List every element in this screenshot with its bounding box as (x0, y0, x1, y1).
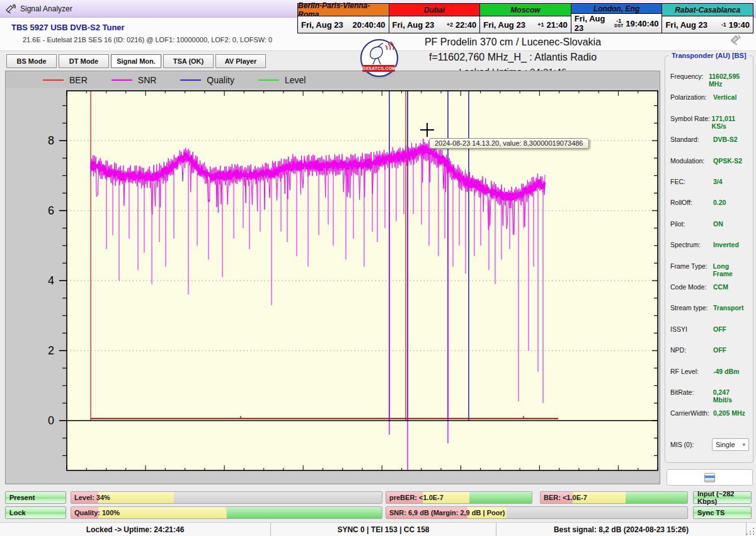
transponder-label: BitRate: (670, 388, 713, 397)
app-satellite-icon (5, 4, 16, 14)
progress-bar-ber: BER: <1.0E-7 (540, 491, 688, 504)
tuner-name: TBS 5927 USB DVB-S2 Tuner (11, 23, 125, 32)
statusbar-section: SYNC 0 | TEI 153 | CC 158 (271, 523, 496, 536)
clock-date: Fri, Aug 23 (301, 20, 353, 30)
transponder-row: Stream type:Transport (670, 304, 750, 313)
mis-dropdown[interactable]: Single ▾ (712, 438, 749, 451)
bar-label: SNR: 6,9 dB (Margin: 2,9 dB | Poor) (389, 507, 505, 518)
transponder-row: Spectrum:Inverted (670, 241, 750, 250)
y-axis-label: 8 (48, 134, 54, 147)
transponder-row: RF Level:-49 dBm (670, 368, 750, 376)
transponder-panel: Transponder (AU) [BS] MIS (0): Single ▾ … (665, 55, 753, 463)
clock-time-row: Fri, Aug 2320:40:40 (298, 16, 389, 33)
clock-column: Rabat-CasablancaFri, Aug 23-119:40 (662, 4, 753, 33)
clock-column: Berlin-Paris-Vienna-RomaFri, Aug 2320:40… (298, 4, 389, 33)
clock-time-row: Fri, Aug 23+121:40 (480, 16, 571, 33)
signal-chart-panel[interactable]: BERSNRQualityLevel 02468 2024-08-23 14.1… (5, 71, 660, 484)
transponder-label: RollOff: (670, 199, 713, 207)
clock-date: Fri, Aug 23 (665, 20, 721, 30)
clock-time: 19:40 (729, 20, 750, 30)
transponder-label: ISSYI (670, 325, 713, 334)
dxsatcs-logo: DXSATCS.COM (360, 39, 398, 77)
clock-utc-offset: -1DST (614, 18, 623, 28)
transponder-label: Stream type: (670, 304, 713, 313)
chart-tooltip: 2024-08-23 14.13.20, value: 8,3000001907… (429, 138, 589, 149)
bar-segment-gray (174, 492, 382, 503)
transponder-row: Frequency:11602,595 MHz (670, 73, 750, 81)
frequency-title: f=11602,760 MHz_H_ : Atlantis Radio (387, 52, 639, 63)
bar-label: Level: 34% (74, 492, 110, 503)
bar-label: Quality: 100% (74, 507, 120, 518)
bar-segment-green (227, 507, 382, 518)
world-clocks: Berlin-Paris-Vienna-RomaFri, Aug 2320:40… (297, 3, 753, 33)
transponder-row: ISSYIOFF (670, 325, 750, 334)
transponder-value: 0.20 (713, 199, 726, 207)
transponder-value: OFF (713, 325, 726, 334)
mis-row: MIS (0): Single ▾ (670, 438, 749, 451)
mis-selected-value: Single (716, 441, 735, 448)
transponder-value: 11602,595 MHz (709, 73, 750, 81)
mis-label: MIS (0): (670, 441, 711, 448)
transponder-row: Modulation:QPSK-S2 (670, 157, 750, 166)
satellite-icon (730, 34, 742, 45)
transponder-row: Symbol Rate:171,011 KS/s (670, 115, 750, 124)
transponder-value: Vertical (713, 93, 736, 102)
transponder-value: Inverted (713, 241, 739, 250)
clock-city-label: London, Eng (571, 4, 662, 14)
clock-column: London, EngFri, Aug 23-1DST19:40:40 (571, 4, 663, 33)
log-button[interactable] (667, 469, 753, 486)
transponder-label: Pilot: (670, 220, 713, 229)
logo-dish-drawing (362, 40, 397, 67)
tab-tsa-ok-[interactable]: TSA (OK) (163, 54, 214, 68)
y-axis-label: 2 (48, 344, 54, 357)
signal-trend-plot[interactable]: 02468 (6, 71, 661, 485)
logo-text: DXSATCS.COM (362, 65, 395, 72)
tab-av-player[interactable]: AV Player (215, 54, 266, 68)
transponder-label: Symbol Rate: (670, 115, 712, 124)
log-list-icon (704, 473, 715, 482)
transponder-label: Modulation: (670, 157, 713, 166)
clock-time: 20:40:40 (353, 20, 386, 30)
transponder-value: 171,011 KS/s (712, 115, 750, 124)
progress-bar-quality: Quality: 100% (71, 506, 382, 519)
transponder-row: Pilot:ON (670, 220, 750, 229)
clock-column: MoscowFri, Aug 23+121:40 (480, 4, 571, 33)
resize-grip[interactable] (747, 527, 755, 535)
transponder-row: FEC:3/4 (670, 178, 750, 187)
transponder-value: -49 dBm (713, 368, 739, 376)
transponder-row: Frame Type:Long Frame (670, 262, 750, 271)
y-axis-label: 0 (48, 414, 54, 427)
clock-utc-offset: +2 (447, 22, 453, 27)
tab-bs-mode[interactable]: BS Mode (6, 54, 57, 68)
transponder-row: RollOff:0.20 (670, 199, 750, 207)
site-title: PF Prodelin 370 cm / Lucenec-Slovakia (387, 37, 639, 48)
transponder-label: Frame Type: (670, 262, 713, 271)
transponder-panel-title: Transponder (AU) [BS] (669, 52, 749, 59)
clock-time: 21:40 (547, 20, 568, 30)
status-box-present: Present (5, 491, 66, 504)
clock-utc-offset: -1 (721, 22, 726, 27)
clock-city-label: Moscow (480, 4, 571, 16)
transponder-value: 0,205 MHz (713, 409, 745, 418)
transponder-label: RF Level: (670, 368, 713, 376)
clock-city-label: Dubai (389, 4, 480, 16)
tab-signal-mon-[interactable]: Signal Mon. (111, 54, 161, 68)
transponder-value: 3/4 (713, 178, 723, 187)
bar-segment-green (469, 492, 532, 503)
transponder-label: NPD: (670, 346, 713, 355)
clock-time: 22:40 (455, 20, 476, 30)
clock-date: Fri, Aug 23 (575, 14, 615, 33)
transponder-row: Polarization:Vertical (670, 93, 750, 102)
transponder-row: Code Mode:CCM (670, 283, 750, 292)
tab-dt-mode[interactable]: DT Mode (59, 54, 109, 68)
transponder-label: CarrierWidth: (670, 409, 713, 418)
statusbar-section: Locked -> Uptime: 24:21:46 (0, 523, 271, 536)
clock-time: 19:40:40 (626, 19, 658, 28)
transponder-label: Code Mode: (670, 283, 713, 292)
statusbar-section: Best signal: 8,2 dB (2024-08-23 15:26) (496, 523, 747, 536)
y-axis-label: 6 (48, 204, 54, 217)
tuner-details: 21.6E - Eutelsat 21B SES 16 (ID: 0216) @… (23, 36, 272, 44)
clock-time-row: Fri, Aug 23+222:40 (389, 16, 480, 33)
bar-segment-green (626, 492, 687, 503)
progress-bar-snr: SNR: 6,9 dB (Margin: 2,9 dB | Poor) (386, 506, 688, 519)
